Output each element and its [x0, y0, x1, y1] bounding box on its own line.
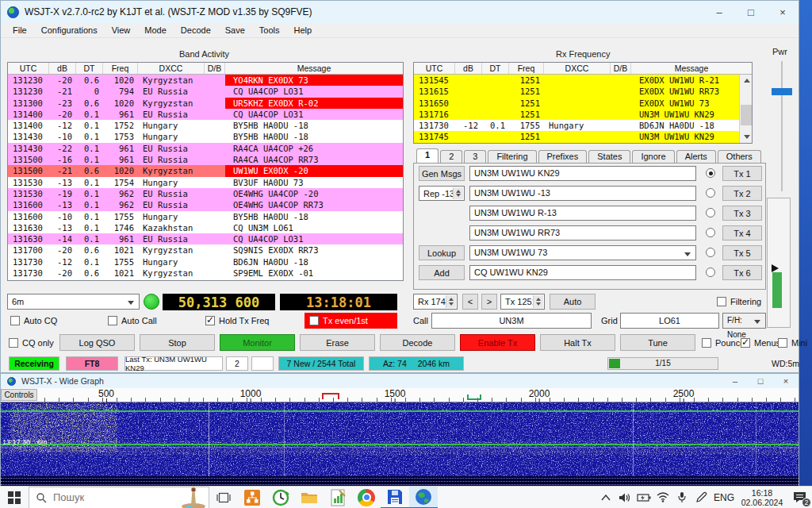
decode-row[interactable]: 131400 -12 0.1 1752 Hungary BY5HB HA0DU … [8, 120, 403, 131]
close-button[interactable]: × [773, 376, 799, 386]
column-header[interactable]: Freq [509, 63, 544, 74]
spinner-arrows-icon[interactable] [533, 295, 543, 308]
minimize-button[interactable]: – [722, 376, 748, 386]
taskbar-app-editor[interactable] [324, 487, 352, 508]
start-button[interactable] [0, 487, 29, 508]
maximize-button[interactable]: □ [748, 376, 773, 386]
decode-row[interactable]: 131430 -22 0.1 961 EU Russia RA4CA UA4CO… [8, 143, 403, 154]
menu-item[interactable]: Help [287, 24, 320, 37]
taskbar-app-flowchart[interactable] [238, 487, 266, 508]
task-view-button[interactable] [209, 487, 238, 508]
freq-left-button[interactable]: < [462, 294, 478, 310]
pwr-slider-handle[interactable] [772, 88, 792, 95]
band-selector[interactable]: 6m [7, 294, 140, 310]
lookup-button[interactable]: Lookup [419, 245, 465, 260]
column-header[interactable]: UTC [8, 63, 49, 74]
column-header[interactable]: Freq [103, 63, 138, 74]
decode-row[interactable]: 131230 -20 0.6 1020 Kyrgyzstan YO4RKN EX… [8, 75, 403, 86]
menu-item[interactable]: Decode [174, 24, 218, 37]
menus-checkbox[interactable] [741, 338, 750, 348]
notification-center-button[interactable]: 2 [787, 487, 812, 508]
column-header[interactable]: D/B [611, 63, 631, 74]
tab[interactable]: Alerts [676, 150, 716, 163]
main-titlebar[interactable]: WSJT-X v2.7.0-rc2 by K1JT et al. (WSJT-Z… [1, 1, 799, 23]
monitor-button[interactable]: Monitor [220, 334, 295, 351]
waterfall[interactable]: 13:17:30 6m [1, 402, 799, 476]
hold-tx-freq-row[interactable]: Hold Tx Freq [205, 316, 269, 325]
tx3-message-input[interactable]: UN3M UW1WU R-13 [469, 206, 696, 221]
wide-graph-titlebar[interactable]: WSJT-X - Wide Graph – □ × [1, 374, 799, 388]
filtering-checkbox[interactable] [717, 297, 726, 306]
decode-row[interactable]: 131600 -10 0.1 1755 Hungary BY5HB HA0DU … [8, 211, 403, 222]
log-qso-button[interactable]: Log QSO [59, 334, 135, 351]
column-header[interactable]: DXCC [138, 63, 205, 74]
tray-microphone[interactable] [672, 487, 691, 508]
tune-button[interactable]: Tune [620, 334, 695, 351]
rx-scrollbar[interactable] [739, 75, 752, 143]
tx-freq-spinner[interactable]: Tx 1251 [500, 294, 545, 310]
column-header[interactable]: Message [225, 63, 403, 74]
tray-chevron-button[interactable] [596, 487, 615, 508]
auto-cq-checkbox[interactable] [10, 316, 20, 325]
tab[interactable]: 2 [440, 150, 462, 163]
decode-row[interactable]: 131400 -20 0.1 961 EU Russia CQ UA4COP L… [8, 109, 403, 120]
close-button[interactable]: × [767, 6, 799, 18]
tx5-button[interactable]: Tx 5 [722, 245, 762, 260]
tx1-radio[interactable] [706, 168, 715, 178]
tray-language[interactable]: ENG [710, 487, 737, 508]
fh-dropdown[interactable]: F/H: None [722, 313, 766, 329]
column-header[interactable]: DXCC [544, 63, 611, 74]
tab[interactable]: 1 [416, 148, 439, 163]
tx1-message-input[interactable]: UN3M UW1WU KN29 [469, 166, 696, 181]
decode-row[interactable]: 131730 -12 0.1 1755 Hungary BD6JN HA0DU … [414, 120, 739, 131]
tx3-radio[interactable] [706, 208, 715, 217]
tx6-message-input[interactable]: CQ UW1WU KN29 [469, 265, 696, 280]
tray-battery[interactable] [634, 487, 653, 508]
tray-clock[interactable]: 16:18 02.06.2024 [737, 488, 787, 507]
mini-checkbox[interactable] [778, 338, 787, 348]
tx4-button[interactable]: Tx 4 [722, 225, 762, 241]
tray-network[interactable] [653, 487, 672, 508]
scroll-down-icon[interactable] [740, 131, 753, 143]
decode-row[interactable]: 131716 1251 UN3M UW1WU KN29 [414, 109, 739, 120]
decode-row[interactable]: 131730 -12 0.1 1755 Hungary BD6JN HA0DU … [8, 256, 403, 267]
tab[interactable]: 3 [464, 150, 486, 163]
pwr-slider-track[interactable] [781, 61, 783, 191]
tx5-radio[interactable] [706, 248, 715, 257]
call-input[interactable]: UN3M [431, 313, 592, 329]
minimize-button[interactable]: – [703, 6, 735, 18]
decode-row[interactable]: 131530 -13 0.1 1754 Hungary BV3UF HA0DU … [8, 177, 403, 188]
search-box[interactable] [29, 487, 209, 508]
spinner-arrows-icon[interactable] [453, 187, 463, 199]
tx4-radio[interactable] [706, 228, 715, 237]
auto-button[interactable]: Auto [550, 294, 596, 310]
tx6-button[interactable]: Tx 6 [722, 265, 762, 280]
grid-input[interactable]: LO61 [620, 313, 719, 329]
decode-row[interactable]: 131500 -16 0.1 961 EU Russia RA4CA UA4CO… [8, 154, 403, 165]
scroll-up-icon[interactable] [740, 75, 753, 87]
tx1-button[interactable]: Tx 1 [722, 166, 762, 181]
enable-tx-button[interactable]: Enable Tx [460, 334, 535, 351]
taskbar-app-wsjtx[interactable] [409, 487, 438, 508]
menu-item[interactable]: View [105, 24, 138, 37]
column-header[interactable]: DT [76, 63, 103, 74]
auto-call-checkbox[interactable] [108, 316, 117, 325]
tx-even-row[interactable]: Tx even/1st [304, 313, 397, 329]
tray-pen[interactable] [691, 487, 710, 508]
column-header[interactable]: D/B [205, 63, 225, 74]
tx-even-checkbox[interactable] [309, 316, 319, 325]
menus-row[interactable]: Menus [741, 338, 780, 348]
rx-freq-marker[interactable] [467, 394, 481, 400]
cq-only-row[interactable]: CQ only [9, 338, 54, 348]
decode-row[interactable]: 131650 1251 EX0DX UW1WU 73 [414, 98, 739, 109]
tab[interactable]: Ignore [632, 150, 674, 163]
decode-row[interactable]: 131430 -10 0.1 1753 Hungary BY5HB HA0DU … [8, 131, 403, 142]
tx2-radio[interactable] [706, 188, 715, 198]
controls-button[interactable]: Controls [1, 389, 37, 401]
tx5-message-combo[interactable]: UN3M UW1WU 73 [469, 245, 696, 260]
pounce-checkbox[interactable] [702, 338, 711, 348]
tray-volume[interactable] [615, 487, 634, 508]
tab[interactable]: Prefixes [538, 150, 588, 163]
menu-item[interactable]: File [6, 24, 34, 37]
column-header[interactable]: DT [482, 63, 509, 74]
